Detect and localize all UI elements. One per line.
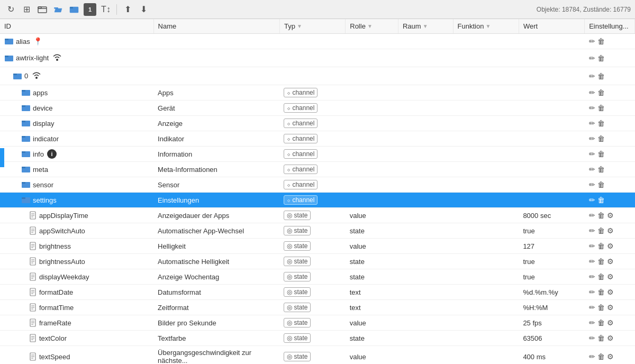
- edit-button[interactable]: ✏: [589, 257, 595, 266]
- delete-button[interactable]: 🗑: [597, 88, 605, 97]
- table-row[interactable]: deviceGerät⬦ channel✏🗑: [0, 101, 635, 116]
- cell-raum: [398, 177, 453, 193]
- table-row[interactable]: indicatorIndikator⬦ channel✏🗑: [0, 131, 635, 147]
- delete-button[interactable]: 🗑: [597, 242, 605, 250]
- edit-button[interactable]: ✏: [589, 211, 595, 220]
- edit-button[interactable]: ✏: [589, 37, 595, 46]
- table-row[interactable]: displayAnzeige⬦ channel✏🗑: [0, 116, 635, 131]
- folder-icon-1[interactable]: [36, 3, 49, 16]
- cell-typ: ◎ state: [279, 285, 345, 300]
- settings-button[interactable]: ⚙: [607, 288, 614, 296]
- edit-button[interactable]: ✏: [589, 72, 595, 80]
- col-header-einstellung[interactable]: Einstellung...: [585, 19, 635, 34]
- table-row[interactable]: frameRateBilder pro Sekunde◎ statevalue2…: [0, 315, 635, 331]
- delete-button[interactable]: 🗑: [597, 211, 605, 220]
- cell-raum: [398, 254, 453, 269]
- delete-button[interactable]: 🗑: [597, 54, 605, 62]
- delete-button[interactable]: 🗑: [597, 180, 605, 189]
- grid-icon[interactable]: ⊞: [20, 3, 33, 16]
- refresh-icon[interactable]: ↻: [4, 3, 17, 16]
- delete-button[interactable]: 🗑: [597, 165, 605, 174]
- table-row[interactable]: textSpeedÜbergangsgeschwindigkeit zur nä…: [0, 346, 635, 365]
- table-row[interactable]: sensorSensor⬦ channel✏🗑: [0, 177, 635, 193]
- settings-button[interactable]: ⚙: [607, 257, 614, 266]
- delete-button[interactable]: 🗑: [597, 334, 605, 342]
- edit-button[interactable]: ✏: [589, 134, 595, 143]
- delete-button[interactable]: 🗑: [597, 150, 605, 158]
- edit-button[interactable]: ✏: [589, 119, 595, 128]
- edit-button[interactable]: ✏: [589, 88, 595, 97]
- settings-button[interactable]: ⚙: [607, 211, 614, 220]
- delete-button[interactable]: 🗑: [597, 196, 605, 204]
- col-header-rolle[interactable]: Rolle▼: [346, 19, 398, 34]
- col-header-raum[interactable]: Raum▼: [398, 19, 453, 34]
- download-icon[interactable]: ⬇: [137, 3, 150, 16]
- table-row[interactable]: appsApps⬦ channel✏🗑: [0, 85, 635, 101]
- table-row[interactable]: displayWeekdayAnzeige Wochentag◎ statest…: [0, 269, 635, 285]
- edit-button[interactable]: ✏: [589, 334, 595, 342]
- table-row[interactable]: formatTimeZeitformat◎ statetext%H:%M✏🗑⚙: [0, 300, 635, 315]
- edit-button[interactable]: ✏: [589, 272, 595, 281]
- delete-button[interactable]: 🗑: [597, 37, 605, 46]
- cell-name: Anzeige: [153, 116, 279, 131]
- edit-button[interactable]: ✏: [589, 165, 595, 174]
- delete-button[interactable]: 🗑: [597, 288, 605, 296]
- col-header-typ[interactable]: Typ▼: [279, 19, 345, 34]
- sort-icon[interactable]: T↕: [99, 3, 112, 16]
- delete-button[interactable]: 🗑: [597, 352, 605, 361]
- cell-wert: [519, 85, 584, 101]
- delete-button[interactable]: 🗑: [597, 257, 605, 266]
- delete-button[interactable]: 🗑: [597, 303, 605, 312]
- settings-button[interactable]: ⚙: [607, 334, 614, 342]
- delete-button[interactable]: 🗑: [597, 72, 605, 80]
- table-row[interactable]: 0✏🗑: [0, 67, 635, 85]
- delete-button[interactable]: 🗑: [597, 226, 605, 235]
- folder-icon-2[interactable]: [68, 3, 80, 16]
- badge-icon[interactable]: 1: [84, 3, 96, 16]
- svg-point-12: [35, 77, 38, 79]
- table-row[interactable]: appSwitchAutoAutomatischer App-Wechsel◎ …: [0, 223, 635, 239]
- col-header-wert[interactable]: Wert: [519, 19, 584, 34]
- settings-button[interactable]: ⚙: [607, 303, 614, 312]
- cell-actions: ✏🗑: [585, 85, 635, 101]
- edit-button[interactable]: ✏: [589, 196, 595, 204]
- settings-button[interactable]: ⚙: [607, 226, 614, 235]
- folder-open-icon[interactable]: [52, 3, 65, 16]
- settings-button[interactable]: ⚙: [607, 242, 614, 250]
- table-row[interactable]: textColorTextfarbe◎ statestate63506✏🗑⚙: [0, 331, 635, 346]
- table-row[interactable]: metaMeta-Informationen⬦ channel✏🗑: [0, 162, 635, 177]
- col-header-name[interactable]: Name: [153, 19, 279, 34]
- col-header-funktion[interactable]: Funktion▼: [453, 19, 519, 34]
- edit-button[interactable]: ✏: [589, 303, 595, 312]
- edit-button[interactable]: ✏: [589, 288, 595, 296]
- edit-button[interactable]: ✏: [589, 226, 595, 235]
- edit-button[interactable]: ✏: [589, 352, 595, 361]
- edit-button[interactable]: ✏: [589, 150, 595, 158]
- table-row[interactable]: formatDateDatumsformat◎ statetext%d.%m.%…: [0, 285, 635, 300]
- folder-icon: [21, 165, 31, 174]
- delete-button[interactable]: 🗑: [597, 134, 605, 143]
- col-header-id[interactable]: ID: [0, 19, 153, 34]
- table-row[interactable]: settingsEinstellungen⬦ channel✏🗑: [0, 193, 635, 208]
- table-row[interactable]: appDisplayTimeAnzeigedauer der Apps◎ sta…: [0, 208, 635, 223]
- settings-button[interactable]: ⚙: [607, 352, 614, 361]
- awtrix-icon: [52, 52, 62, 64]
- delete-button[interactable]: 🗑: [597, 104, 605, 112]
- table-row[interactable]: alias📍✏🗑: [0, 34, 635, 49]
- delete-button[interactable]: 🗑: [597, 319, 605, 327]
- edit-button[interactable]: ✏: [589, 104, 595, 112]
- table-row[interactable]: awtrix-light✏🗑: [0, 49, 635, 67]
- table-row[interactable]: infoiInformation⬦ channel✏🗑: [0, 147, 635, 162]
- settings-button[interactable]: ⚙: [607, 319, 614, 327]
- settings-button[interactable]: ⚙: [607, 272, 614, 281]
- edit-button[interactable]: ✏: [589, 319, 595, 327]
- table-row[interactable]: brightnessHelligkeit◎ statevalue127✏🗑⚙: [0, 239, 635, 254]
- delete-button[interactable]: 🗑: [597, 272, 605, 281]
- edit-button[interactable]: ✏: [589, 54, 595, 62]
- edit-button[interactable]: ✏: [589, 242, 595, 250]
- cell-actions: ✏🗑: [585, 34, 635, 49]
- upload-icon[interactable]: ⬆: [121, 3, 134, 16]
- table-row[interactable]: brightnessAutoAutomatische Helligkeit◎ s…: [0, 254, 635, 269]
- edit-button[interactable]: ✏: [589, 180, 595, 189]
- delete-button[interactable]: 🗑: [597, 119, 605, 128]
